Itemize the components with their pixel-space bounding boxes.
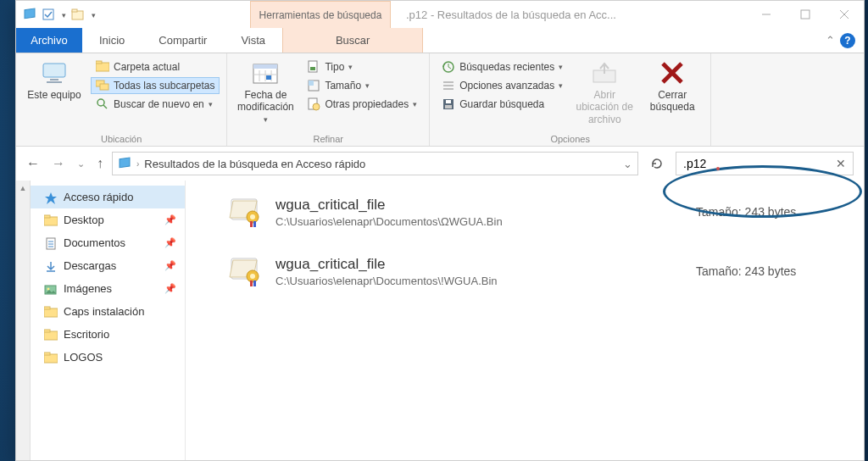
open-location-icon xyxy=(590,58,619,87)
sidebar-item[interactable]: LOGOS xyxy=(31,346,185,369)
sidebar-item[interactable]: Documentos📌 xyxy=(31,231,185,254)
recent-searches-button[interactable]: Búsquedas recientes xyxy=(437,58,568,75)
quick-access-toolbar xyxy=(16,1,103,28)
this-pc-button[interactable]: Este equipo xyxy=(23,57,86,101)
svg-rect-8 xyxy=(43,64,65,77)
help-button[interactable]: ? xyxy=(840,33,855,48)
scroll-up-icon[interactable]: ▲ xyxy=(18,182,29,194)
history-dropdown[interactable]: ⌄ xyxy=(77,158,85,169)
search-box[interactable]: ✕ xyxy=(676,152,854,175)
calendar-icon xyxy=(251,58,280,87)
certificate-file-icon xyxy=(228,255,264,287)
address-text: Resultados de la búsqueda en Acceso rápi… xyxy=(144,158,365,170)
current-folder-button[interactable]: Carpeta actual xyxy=(91,58,220,75)
svg-line-16 xyxy=(103,105,107,108)
list-icon xyxy=(442,79,455,92)
file-path: C:\Usuarios\elenapr\Documentos\ΩWGUA.Bin xyxy=(275,215,684,228)
sidebar-scrollbar[interactable]: ▲ xyxy=(16,181,31,460)
minimize-button[interactable] xyxy=(747,1,786,28)
annotation-dot xyxy=(716,167,720,170)
address-dropdown-icon[interactable]: ⌄ xyxy=(623,158,632,170)
search-input[interactable] xyxy=(683,157,836,170)
results-list: wgua_critical_fileC:\Usuarios\elenapr\Do… xyxy=(186,181,864,460)
chevron-right-icon: › xyxy=(136,159,139,169)
other-props-button[interactable]: Otras propiedades xyxy=(302,96,422,113)
svg-rect-18 xyxy=(253,64,277,69)
sidebar-item-label: Acceso rápido xyxy=(64,191,133,203)
sidebar-item[interactable]: Caps instalación xyxy=(31,300,185,323)
size-button[interactable]: Tamaño xyxy=(302,77,422,94)
svg-rect-23 xyxy=(266,75,271,80)
sidebar-item[interactable]: Escritorio xyxy=(31,323,185,346)
refresh-button[interactable] xyxy=(647,157,667,170)
svg-rect-40 xyxy=(120,158,130,168)
ribbon-group-location: Este equipo Carpeta actual Todas las sub… xyxy=(16,53,227,146)
result-row[interactable]: wgua_critical_fileC:\Usuarios\elenapr\Do… xyxy=(228,187,857,247)
forward-button[interactable]: → xyxy=(52,156,65,171)
open-location-button: Abrir ubicación de archivo xyxy=(573,57,636,125)
pin-icon: 📌 xyxy=(164,237,176,248)
size-label: Tamaño xyxy=(325,80,361,92)
folder-icon xyxy=(44,306,58,318)
sidebar-item-label: Imágenes xyxy=(64,282,112,295)
svg-rect-52 xyxy=(44,307,50,309)
group-options-label: Opciones xyxy=(437,132,704,144)
navigation-pane: ▲ Acceso rápidoDesktop📌Documentos📌Descar… xyxy=(16,181,186,460)
home-tab[interactable]: Inicio xyxy=(82,28,142,53)
qat-dropdown2-icon[interactable] xyxy=(90,8,96,20)
file-tab[interactable]: Archivo xyxy=(16,28,82,53)
address-bar[interactable]: › Resultados de la búsqueda en Acceso rá… xyxy=(112,152,638,175)
svg-rect-9 xyxy=(50,79,58,81)
svg-marker-41 xyxy=(45,192,57,204)
subfolders-icon xyxy=(96,79,109,92)
clear-search-icon[interactable]: ✕ xyxy=(836,157,846,170)
view-tab[interactable]: Vista xyxy=(224,28,282,53)
images-icon xyxy=(44,283,58,295)
close-button[interactable] xyxy=(825,1,864,28)
advanced-options-label: Opciones avanzadas xyxy=(459,80,554,92)
search-tab[interactable]: Buscar xyxy=(282,28,423,53)
svg-rect-1 xyxy=(43,9,53,19)
date-modified-button[interactable]: Fecha de modificación xyxy=(234,57,297,125)
type-button[interactable]: Tipo xyxy=(302,58,422,75)
sidebar-item[interactable]: Acceso rápido xyxy=(31,186,185,208)
up-button[interactable]: ↑ xyxy=(97,156,103,171)
svg-rect-10 xyxy=(47,81,62,83)
sidebar-item-label: Caps instalación xyxy=(64,305,144,318)
all-subfolders-label: Todas las subcarpetas xyxy=(114,80,214,92)
file-size: Tamaño: 243 bytes xyxy=(696,264,857,278)
qat-newfolder-icon[interactable] xyxy=(71,8,85,21)
svg-rect-35 xyxy=(446,100,451,103)
title-bar: Herramientas de búsqueda .p12 - Resultad… xyxy=(16,1,864,28)
sidebar-item[interactable]: Desktop📌 xyxy=(31,208,185,231)
open-location-label: Abrir ubicación de archivo xyxy=(573,89,636,125)
svg-rect-61 xyxy=(253,221,256,227)
save-search-button[interactable]: Guardar búsqueda xyxy=(437,96,568,113)
svg-point-15 xyxy=(97,99,104,106)
all-subfolders-button[interactable]: Todas las subcarpetas xyxy=(91,77,220,94)
advanced-options-button[interactable]: Opciones avanzadas xyxy=(437,77,568,94)
window-controls xyxy=(747,1,864,28)
back-button[interactable]: ← xyxy=(26,156,40,171)
close-search-button[interactable]: Cerrar búsqueda xyxy=(641,57,704,114)
svg-rect-14 xyxy=(100,84,108,90)
maximize-button[interactable] xyxy=(786,1,825,28)
share-tab[interactable]: Compartir xyxy=(142,28,224,53)
result-row[interactable]: wgua_critical_fileC:\Usuarios\elenapr\Do… xyxy=(228,247,857,306)
svg-point-59 xyxy=(250,214,255,219)
file-name: wgua_critical_file xyxy=(275,256,684,273)
file-name: wgua_critical_file xyxy=(275,197,684,214)
qat-dropdown-icon[interactable] xyxy=(60,8,66,20)
collapse-ribbon-icon[interactable]: ⌃ xyxy=(826,34,835,47)
qat-properties-icon[interactable] xyxy=(42,8,55,21)
sidebar-item-label: Desktop xyxy=(64,214,104,226)
app-icon xyxy=(23,8,36,21)
sidebar-item[interactable]: Descargas📌 xyxy=(31,254,185,277)
this-pc-label: Este equipo xyxy=(27,89,81,101)
sidebar-item[interactable]: Imágenes📌 xyxy=(31,277,185,300)
navigation-row: ← → ⌄ ↑ › Resultados de la búsqueda en A… xyxy=(16,147,864,181)
search-again-button[interactable]: Buscar de nuevo en xyxy=(91,96,220,113)
group-refine-label: Refinar xyxy=(234,132,422,144)
recent-icon xyxy=(442,60,455,74)
sidebar-item-label: LOGOS xyxy=(64,351,103,364)
